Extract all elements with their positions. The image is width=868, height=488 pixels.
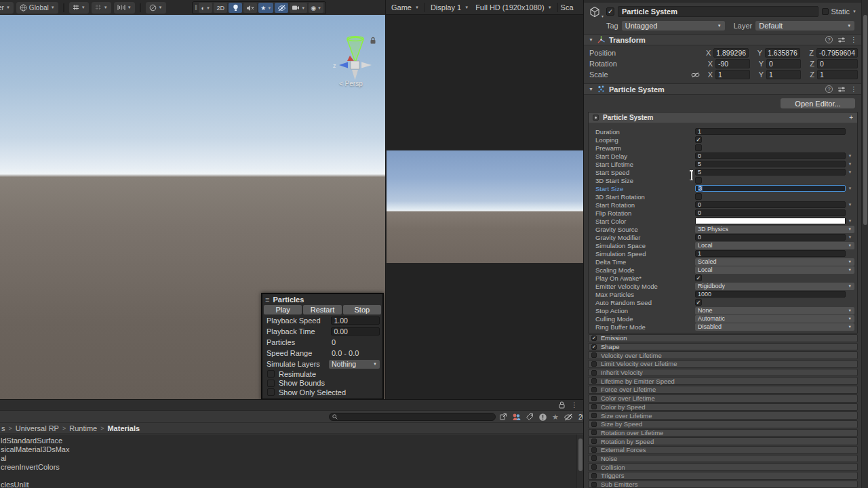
gizmos-dropdown[interactable]: ◉ ▼ xyxy=(309,3,323,13)
scale-link-icon[interactable] xyxy=(691,72,705,78)
transform-rotation-y-field[interactable]: 0 xyxy=(766,59,801,68)
show-bounds-checkbox[interactable] xyxy=(267,380,275,387)
draw-mode-dropdown[interactable]: ◐ ▼ xyxy=(199,3,212,13)
module-enable-dot[interactable] xyxy=(593,115,599,121)
breadcrumb-item[interactable]: Runtime xyxy=(69,424,97,432)
grid-snap-dropdown[interactable]: ▼ xyxy=(92,2,111,14)
camera-settings-dropdown[interactable]: ▼ xyxy=(290,3,307,13)
kebab-menu-icon[interactable]: ⋮ xyxy=(571,401,578,409)
module-checkbox[interactable] xyxy=(591,370,597,375)
value-field[interactable]: 1000 xyxy=(695,291,846,298)
module-toggle[interactable]: Rotation by Speed xyxy=(588,437,858,445)
module-checkbox[interactable] xyxy=(591,482,597,487)
value-field[interactable]: 5 xyxy=(695,161,846,167)
color-swatch[interactable] xyxy=(695,218,846,224)
enum-dropdown[interactable]: None▼ xyxy=(695,307,854,314)
curve-dropdown-icon[interactable]: ▼ xyxy=(846,162,854,166)
module-toggle[interactable]: Sub Emitters xyxy=(588,481,858,488)
play-button[interactable]: Play xyxy=(264,305,302,314)
filter-by-label-icon[interactable] xyxy=(526,413,534,421)
module-checkbox[interactable] xyxy=(591,413,597,418)
grid-visibility-dropdown[interactable]: ▼ xyxy=(69,2,89,14)
stop-button[interactable]: Stop xyxy=(343,305,381,314)
add-icon[interactable]: + xyxy=(849,114,853,121)
curve-dropdown-icon[interactable]: ▼ xyxy=(846,203,854,207)
asset-item[interactable]: ldStandardSurface xyxy=(0,436,576,445)
active-checkbox[interactable]: ✓ xyxy=(606,7,614,16)
module-checkbox[interactable] xyxy=(591,387,597,392)
inspector-scrollbar[interactable] xyxy=(861,0,868,488)
drag-handle-icon[interactable]: ≡ xyxy=(265,296,269,304)
module-toggle[interactable]: Size over Lifetime xyxy=(588,411,858,420)
resolution-dropdown[interactable]: Full HD (1920x1080) ▼ xyxy=(474,0,557,14)
transform-position-y-field[interactable]: 1.635876 xyxy=(765,48,800,58)
show-only-selected-checkbox[interactable] xyxy=(267,388,275,396)
drag-handle-icon[interactable]: ‖ xyxy=(195,4,197,12)
asset-item[interactable]: clesUnlit xyxy=(0,481,576,488)
module-checkbox[interactable] xyxy=(591,473,597,479)
perspective-toggle[interactable]: < Persp xyxy=(339,80,363,87)
asset-item[interactable]: creenInvertColors xyxy=(0,463,576,472)
view-options-dropdown[interactable]: ▼ xyxy=(146,2,166,14)
module-toggle[interactable]: Rotation over Lifetime xyxy=(588,429,858,437)
resimulate-checkbox[interactable] xyxy=(267,370,275,378)
property-checkbox[interactable]: ✓ xyxy=(695,299,702,306)
enum-dropdown[interactable]: Rigidbody▼ xyxy=(695,283,854,290)
enum-dropdown[interactable]: Disabled▼ xyxy=(695,323,854,331)
console-info-icon[interactable] xyxy=(538,413,547,422)
curve-dropdown-icon[interactable]: ▼ xyxy=(846,186,854,190)
kebab-menu-icon[interactable]: ⋮ xyxy=(850,36,857,43)
module-toggle[interactable]: Color over Lifetime xyxy=(588,394,858,403)
curve-dropdown-icon[interactable]: ▼ xyxy=(846,170,854,174)
scrollbar-thumb[interactable] xyxy=(578,439,583,471)
module-checkbox[interactable] xyxy=(591,378,597,384)
module-checkbox[interactable] xyxy=(591,439,597,444)
module-checkbox[interactable] xyxy=(591,352,597,358)
transform-rotation-x-field[interactable]: -90 xyxy=(715,59,750,68)
value-field[interactable]: 0 xyxy=(695,152,846,159)
gameobject-cube-icon[interactable]: ▼ xyxy=(589,5,603,18)
transform-position-z-field[interactable]: -0.7959604 xyxy=(816,48,858,58)
property-checkbox[interactable]: ✓ xyxy=(695,136,702,143)
module-checkbox[interactable] xyxy=(591,396,597,401)
playback-speed-field[interactable]: 1.00 xyxy=(331,317,380,325)
module-toggle[interactable]: Triggers xyxy=(588,472,858,480)
module-toggle[interactable]: Limit Velocity over Lifetime xyxy=(588,360,858,368)
breadcrumb-item[interactable]: s xyxy=(1,424,5,432)
module-checkbox[interactable]: ✓ xyxy=(591,344,597,350)
lock-icon[interactable] xyxy=(370,37,376,45)
property-checkbox[interactable] xyxy=(695,177,702,184)
module-checkbox[interactable] xyxy=(591,404,597,409)
module-toggle[interactable]: Inherit Velocity xyxy=(588,369,858,377)
breadcrumb-item[interactable]: Materials xyxy=(107,424,140,432)
presets-icon[interactable] xyxy=(837,37,846,43)
value-field[interactable]: 1 xyxy=(695,250,846,257)
toggle-lighting-button[interactable] xyxy=(229,3,242,13)
enum-dropdown[interactable]: Automatic▼ xyxy=(695,315,854,323)
transform-rotation-z-field[interactable]: 0 xyxy=(817,59,858,68)
transform-scale-y-field[interactable]: 1 xyxy=(766,70,801,79)
module-checkbox[interactable] xyxy=(591,464,597,470)
curve-dropdown-icon[interactable]: ▼ xyxy=(846,235,854,239)
module-toggle[interactable]: ✓Emission xyxy=(588,334,858,342)
module-toggle[interactable]: Force over Lifetime xyxy=(588,386,858,394)
enum-dropdown[interactable]: Local▼ xyxy=(695,242,854,249)
layer-dropdown[interactable]: Default ▼ xyxy=(755,21,854,30)
module-toggle[interactable]: Size by Speed xyxy=(588,420,858,428)
transform-scale-x-field[interactable]: 1 xyxy=(715,70,750,79)
static-checkbox[interactable] xyxy=(822,8,829,15)
transform-scale-z-field[interactable]: 1 xyxy=(817,70,858,79)
module-toggle[interactable]: Velocity over Lifetime xyxy=(588,351,858,359)
toggle-hidden-objects-button[interactable] xyxy=(275,3,288,13)
module-toggle[interactable]: Color by Speed xyxy=(588,403,858,411)
module-checkbox[interactable] xyxy=(591,447,597,453)
main-module-header[interactable]: Particle System + xyxy=(589,113,857,123)
module-toggle[interactable]: ✓Shape xyxy=(588,343,858,351)
playback-time-field[interactable]: 0.00 xyxy=(331,327,380,336)
module-checkbox[interactable] xyxy=(591,455,597,461)
project-scrollbar[interactable] xyxy=(576,434,583,488)
foldout-icon[interactable]: ▼ xyxy=(589,37,593,42)
scrollbar-thumb[interactable] xyxy=(863,15,867,225)
open-editor-button[interactable]: Open Editor... xyxy=(781,98,855,108)
value-field[interactable]: 1 xyxy=(695,128,846,135)
